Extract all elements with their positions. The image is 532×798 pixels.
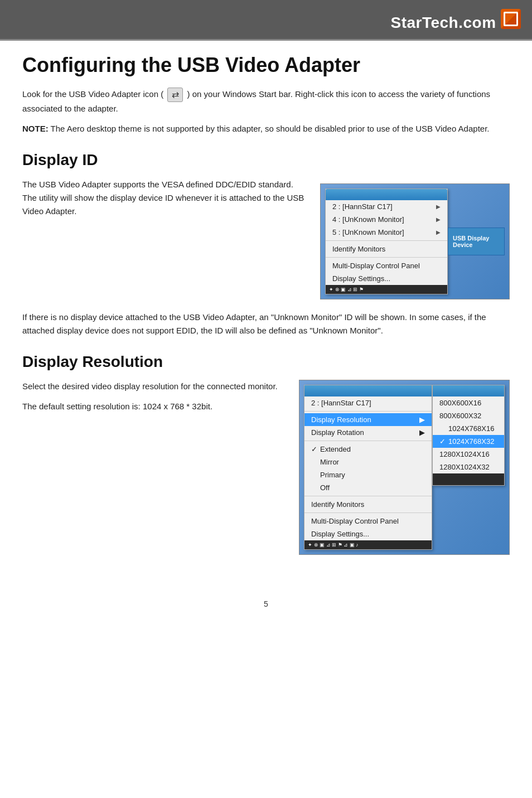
section1-title: Display ID (22, 151, 510, 169)
menu-arrow3: ▶ (436, 229, 441, 235)
separator4 (304, 441, 432, 441)
menu-arrow1: ▶ (436, 204, 441, 210)
menu2-display-settings[interactable]: Display Settings... (304, 528, 432, 540)
menu2-primary-label: Primary (320, 471, 345, 479)
res-blank (439, 424, 448, 433)
menu-item-identify[interactable]: Identify Monitors (326, 243, 447, 255)
menu-item-unknown5[interactable]: 5 : [UnKnown Monitor] ▶ (326, 226, 447, 239)
extended-check: ✓ (311, 445, 320, 453)
screenshot1: 2 : [HannStar C17] ▶ 4 : [UnKnown Monito… (320, 183, 510, 299)
menu-item-display-settings[interactable]: Display Settings... (326, 272, 447, 285)
menu-item-hannstar-label: 2 : [HannStar C17] (332, 202, 393, 211)
screenshot1-container: 2 : [HannStar C17] ▶ 4 : [UnKnown Monito… (320, 183, 510, 299)
logo-area: StarTech.com (390, 8, 521, 32)
section2-title: Display Resolution (22, 353, 510, 371)
header: StarTech.com (0, 0, 532, 39)
taskbar-icons2: ✦ ⊗ ▣ ⊿ ⊞ ⚑ ⊿ ▣ ♪ (308, 542, 359, 548)
menu-item-hannstar[interactable]: 2 : [HannStar C17] ▶ (326, 200, 447, 213)
note-text: The Aero desktop theme is not supported … (51, 124, 490, 133)
submenu2-800x600x32[interactable]: 800X600X32 (433, 409, 504, 422)
menu2-extended-row: ✓ Extended (304, 443, 432, 456)
submenu2: 800X600X16 800X600X32 1024X768X16 ✓1024X… (432, 385, 505, 486)
menu2-rotation-label: Display Rotation (311, 428, 364, 437)
section1-body: The USB Video Adapter supports the VESA … (22, 178, 309, 218)
usb-adapter-icon (167, 88, 183, 102)
taskbar2: ✦ ⊗ ▣ ⊿ ⊞ ⚑ ⊿ ▣ ♪ (304, 540, 432, 549)
menu-item-unknown5-label: 5 : [UnKnown Monitor] (332, 228, 404, 236)
submenu2-1280x1024x32[interactable]: 1280X1024X32 (433, 461, 504, 473)
menu2-off[interactable]: Off (304, 481, 432, 494)
taskbar-icons1: ✦ ⊗ ▣ ⊿ ⊞ ⚑ (329, 287, 364, 292)
section1-layout: The USB Video Adapter supports the VESA … (22, 178, 510, 299)
menu2-resolution[interactable]: Display Resolution ▶ (304, 413, 432, 426)
taskbar1: ✦ ⊗ ▣ ⊿ ⊞ ⚑ (326, 285, 447, 294)
menu2-multi[interactable]: Multi-Display Control Panel (304, 515, 432, 528)
menu2-rotation[interactable]: Display Rotation ▶ (304, 426, 432, 439)
submenu2-800x600x16[interactable]: 800X600X16 (433, 396, 504, 409)
submenu2-1280x1024x16[interactable]: 1280X1024X16 (433, 448, 504, 461)
section2-body1: Select the desired video display resolut… (22, 380, 288, 393)
section1-text: The USB Video Adapter supports the VESA … (22, 178, 309, 225)
section2-body2: The default setting resolution is: 1024 … (22, 400, 288, 413)
menu2-display-settings-label: Display Settings... (311, 530, 369, 538)
page-title: Configuring the USB Video Adapter (22, 54, 510, 76)
menu-item-multi-label: Multi-Display Control Panel (332, 262, 420, 270)
main-content: Configuring the USB Video Adapter Look f… (0, 41, 532, 577)
usb-label-text: USB Display Device (453, 235, 500, 248)
menu-item-identify-label: Identify Monitors (332, 245, 385, 253)
intro-paragraph: Look for the USB Video Adapter icon ( ) … (22, 88, 510, 115)
separator6 (304, 512, 432, 513)
menus-row: 2 : [HannStar C17] Display Resolution ▶ … (304, 385, 505, 550)
menu2-header (304, 385, 432, 396)
section2-layout: Select the desired video display resolut… (22, 380, 510, 555)
logo-icon (501, 9, 521, 29)
context-menu2: 2 : [HannStar C17] Display Resolution ▶ … (304, 385, 432, 550)
section2-text: Select the desired video display resolut… (22, 380, 288, 420)
menu2-primary[interactable]: Primary (304, 468, 432, 481)
para2-section: If there is no display device attached t… (22, 311, 510, 337)
menu2-rotation-arrow: ▶ (419, 428, 425, 437)
menu-item-unknown4-label: 4 : [UnKnown Monitor] (332, 215, 404, 224)
menu2-mirror-label: Mirror (320, 458, 339, 466)
menu2-identify[interactable]: Identify Monitors (304, 498, 432, 511)
screenshot2: 2 : [HannStar C17] Display Resolution ▶ … (299, 380, 510, 555)
menu2-top-label: 2 : [HannStar C17] (311, 399, 371, 407)
menu2-identify-label: Identify Monitors (311, 500, 364, 509)
submenu2-header (433, 385, 504, 396)
note-label: NOTE: (22, 124, 49, 133)
menu2-resolution-arrow: ▶ (419, 415, 425, 424)
usb-display-device-label: USB Display Device (448, 228, 505, 255)
separator1 (326, 240, 447, 241)
context-menu1: 2 : [HannStar C17] ▶ 4 : [UnKnown Monito… (325, 188, 448, 294)
submenu2-1024x768x16[interactable]: 1024X768X16 (433, 422, 504, 435)
para2-text: If there is no display device attached t… (22, 311, 510, 337)
note-paragraph: NOTE: The Aero desktop theme is not supp… (22, 122, 510, 136)
menu-arrow2: ▶ (436, 216, 441, 223)
menu2-extended-label[interactable]: Extended (320, 445, 351, 453)
menu-item-display-settings-label: Display Settings... (332, 274, 390, 283)
menu2-multi-label: Multi-Display Control Panel (311, 517, 399, 525)
usb-label-container: USB Display Device (448, 188, 505, 294)
submenu2-1024x768x32[interactable]: ✓1024X768X32 (433, 435, 504, 448)
menu-item-unknown4[interactable]: 4 : [UnKnown Monitor] ▶ (326, 213, 447, 226)
separator2 (326, 257, 447, 258)
page-num-text: 5 (264, 599, 268, 608)
logo-text: StarTech.com (390, 14, 496, 31)
menu-item-multi[interactable]: Multi-Display Control Panel (326, 259, 447, 272)
menu-header (326, 189, 447, 200)
menu2-top-item[interactable]: 2 : [HannStar C17] (304, 396, 432, 409)
menu2-resolution-label: Display Resolution (311, 415, 371, 424)
menu2-mirror[interactable]: Mirror (304, 456, 432, 468)
page-number: 5 (0, 599, 532, 620)
intro-text1: Look for the USB Video Adapter icon ( (22, 89, 163, 99)
menu2-off-label: Off (320, 483, 330, 492)
screenshot2-container: 2 : [HannStar C17] Display Resolution ▶ … (299, 380, 510, 555)
separator5 (304, 496, 432, 496)
submenu2-footer (433, 473, 504, 485)
res-check: ✓ (439, 437, 448, 446)
separator3 (304, 411, 432, 412)
